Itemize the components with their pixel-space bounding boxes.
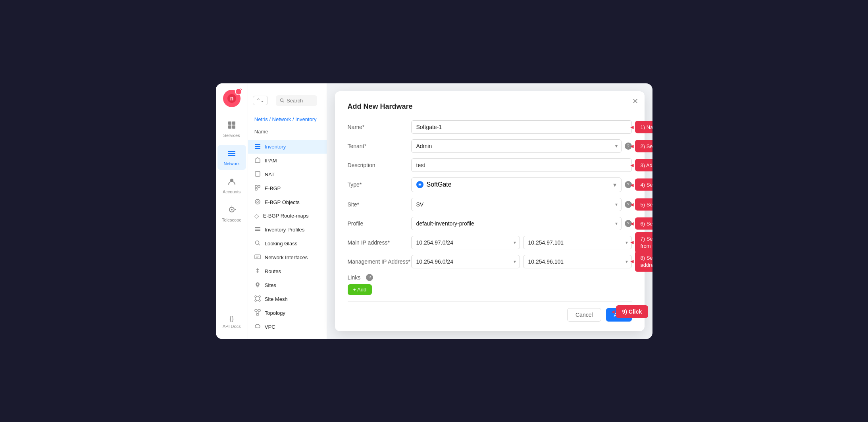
type-field-wrapper: SoftGate ▾	[411, 177, 622, 192]
svg-rect-19	[255, 171, 260, 176]
nat-icon	[254, 171, 261, 178]
menu-item-network-interfaces[interactable]: Network Interfaces	[248, 251, 327, 264]
ipam-icon	[254, 157, 261, 164]
ebgp-route-maps-icon: ◇	[254, 212, 259, 220]
main-ip-addr-wrapper: 10.254.97.101 ▾	[523, 236, 632, 249]
menu-item-inventory[interactable]: Inventory	[248, 140, 327, 154]
menu-item-ebgp-route-maps[interactable]: ◇ E-BGP Route-maps	[248, 209, 327, 223]
menu-item-sites[interactable]: Sites	[248, 278, 327, 292]
svg-rect-44	[258, 310, 260, 311]
mgmt-ip-label: Management IP Address*	[348, 258, 411, 265]
sidebar-telescope-label: Telescope	[222, 218, 242, 222]
sidebar-item-telescope[interactable]: Telescope	[217, 201, 246, 226]
links-help-icon[interactable]: ?	[366, 274, 373, 281]
menu-item-looking-glass[interactable]: Looking Glass	[248, 237, 327, 251]
search-input[interactable]	[287, 98, 313, 104]
tenant-select[interactable]: Admin	[411, 139, 622, 153]
svg-point-14	[280, 99, 283, 102]
menu-item-routes[interactable]: Routes	[248, 264, 327, 278]
tenant-help-icon[interactable]: ?	[625, 143, 632, 150]
callout-6: 6) Select your Inventory profile	[635, 217, 652, 229]
main-ip-inputs: 10.254.97.0/24 ▾ 10.254.97.101 ▾	[411, 236, 632, 249]
svg-point-11	[231, 209, 233, 210]
svg-rect-25	[255, 227, 260, 228]
svg-line-29	[258, 244, 260, 245]
menu-routes-label: Routes	[265, 268, 281, 274]
description-field-wrapper	[411, 158, 632, 172]
callout-7: 7) Select Main IP addressfrom the loopba…	[635, 232, 652, 252]
profile-label: Profile	[348, 220, 411, 227]
callout-4: 4) Select SoftGate	[635, 179, 652, 191]
name-row: Name* 1) Name your SoftGate	[348, 120, 632, 134]
menu-item-ipam[interactable]: IPAM	[248, 154, 327, 168]
site-help-icon[interactable]: ?	[625, 201, 632, 208]
site-mesh-icon	[254, 295, 261, 303]
api-docs-icon: {}	[229, 315, 234, 322]
callout-3: 3) Add a description if necessary	[635, 159, 652, 171]
mgmt-ip-addr-select[interactable]: 10.254.96.101	[523, 255, 632, 268]
menu-item-topology[interactable]: Topology	[248, 306, 327, 320]
menu-item-ebgp[interactable]: E-BGP	[248, 181, 327, 195]
menu-item-nat[interactable]: NAT	[248, 168, 327, 181]
svg-rect-2	[228, 121, 231, 125]
expand-button[interactable]: ⌃⌄	[253, 96, 268, 105]
callout-1: 1) Name your SoftGate	[635, 121, 652, 133]
type-select[interactable]: SoftGate ▾	[411, 177, 622, 192]
svg-point-49	[419, 184, 421, 185]
links-text: Links	[348, 274, 361, 281]
routes-icon	[254, 268, 261, 275]
svg-rect-45	[256, 314, 259, 315]
site-select[interactable]: SV	[411, 198, 622, 211]
svg-point-23	[255, 199, 260, 204]
main-ip-label: Main IP address*	[348, 239, 411, 246]
svg-rect-26	[255, 229, 260, 229]
services-icon	[227, 121, 236, 131]
sidebar-network-label: Network	[223, 161, 239, 166]
app-container: n Services	[216, 83, 652, 339]
name-input[interactable]	[411, 120, 632, 134]
description-input[interactable]	[411, 158, 632, 172]
profile-select[interactable]: default-inventory-profile	[411, 217, 622, 230]
svg-rect-5	[232, 125, 235, 129]
cancel-button[interactable]: Cancel	[567, 308, 601, 322]
tenant-field-wrapper: Admin ▾	[411, 139, 622, 153]
svg-rect-43	[255, 310, 257, 311]
close-button[interactable]: ✕	[632, 98, 638, 105]
mgmt-ip-addr-wrapper: 10.254.96.101 ▾	[523, 255, 632, 268]
svg-text:n: n	[230, 95, 233, 102]
mgmt-ip-subnet-select[interactable]: 10.254.96.0/24	[411, 255, 520, 268]
telescope-icon	[227, 205, 236, 216]
add-button[interactable]: Add	[606, 308, 632, 322]
callout-8-text: 8) Select management IPaddress	[641, 254, 652, 268]
main-ip-subnet-select[interactable]: 10.254.97.0/24	[411, 236, 520, 249]
menu-item-vpc[interactable]: VPC	[248, 320, 327, 334]
menu-item-site-mesh[interactable]: Site Mesh	[248, 292, 327, 306]
breadcrumb-text: Netris / Network / Inventory	[254, 116, 317, 122]
menu-ipam-label: IPAM	[265, 158, 277, 164]
main-content: ✕ Add New Hardware Name* 1) Name your So…	[327, 83, 652, 339]
add-link-button[interactable]: + Add	[348, 284, 372, 295]
sidebar-item-api-docs[interactable]: {} API Docs	[217, 311, 246, 333]
menu-item-inventory-profiles[interactable]: Inventory Profiles	[248, 223, 327, 237]
sidebar-item-services[interactable]: Services	[217, 117, 246, 142]
menu-network-interfaces-label: Network Interfaces	[265, 254, 308, 260]
links-label: Links ?	[348, 274, 632, 281]
sidebar-api-docs-label: API Docs	[223, 324, 241, 329]
profile-help-icon[interactable]: ?	[625, 220, 632, 227]
menu-item-ebgp-objects[interactable]: E-BGP Objects	[248, 195, 327, 209]
callout-7-text: 7) Select Main IP addressfrom the loopba…	[641, 235, 652, 249]
inventory-profiles-icon	[254, 226, 261, 233]
sidebar-item-network[interactable]: Network	[217, 145, 246, 170]
topology-icon	[254, 309, 261, 317]
type-help-icon[interactable]: ?	[625, 181, 632, 188]
callout-3-text: 3) Add a description if necessary	[641, 162, 652, 168]
site-field-wrapper: SV ▾	[411, 198, 622, 211]
breadcrumb: Netris / Network / Inventory	[248, 113, 327, 125]
svg-point-37	[255, 300, 256, 301]
svg-rect-21	[258, 185, 260, 187]
menu-sites-label: Sites	[265, 282, 276, 288]
main-ip-addr-select[interactable]: 10.254.97.101	[523, 236, 632, 249]
inventory-icon	[254, 143, 261, 150]
sidebar-item-accounts[interactable]: Accounts	[217, 173, 246, 198]
menu-topology-label: Topology	[265, 310, 285, 316]
